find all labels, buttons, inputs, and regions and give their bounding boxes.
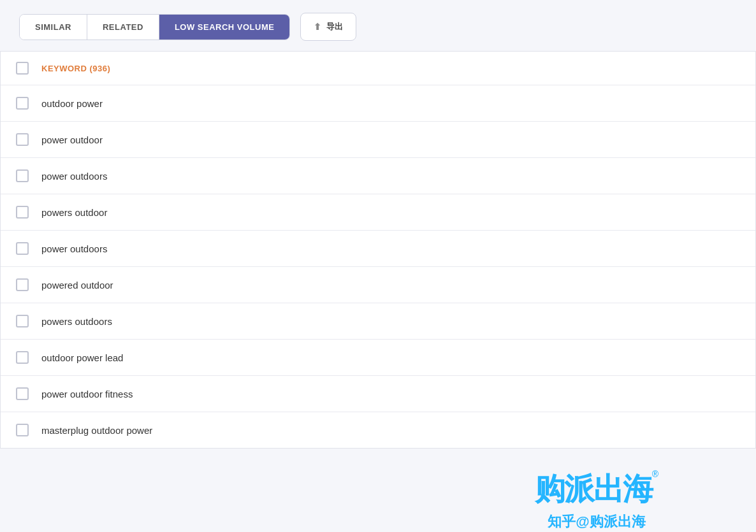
keyword-text: powers outdoor (41, 207, 107, 218)
keyword-text: power outdoor (41, 134, 103, 145)
watermark-registered: ® (652, 469, 658, 479)
list-item[interactable]: power outdoor fitness (1, 376, 755, 412)
export-button[interactable]: ⬆ 导出 (300, 13, 356, 41)
keyword-text: outdoor power (41, 98, 103, 109)
tab-related[interactable]: RELATED (87, 15, 159, 40)
select-all-checkbox[interactable] (16, 62, 29, 75)
tab-group: SIMILAR RELATED LOW SEARCH VOLUME (19, 14, 290, 40)
top-bar: SIMILAR RELATED LOW SEARCH VOLUME ⬆ 导出 (0, 0, 756, 41)
watermark-overlay: 购派出海 ® 知乎@购派出海 (437, 468, 756, 532)
tab-low-search-volume[interactable]: LOW SEARCH VOLUME (159, 15, 290, 40)
keyword-text: power outdoors (41, 171, 107, 182)
row-checkbox[interactable] (16, 133, 29, 146)
row-checkbox[interactable] (16, 315, 29, 327)
list-item[interactable]: powers outdoor (1, 194, 755, 231)
list-item[interactable]: power outdoor (1, 122, 755, 158)
row-checkbox[interactable] (16, 169, 29, 182)
row-checkbox[interactable] (16, 278, 29, 291)
list-item[interactable]: power outdoors (1, 231, 755, 267)
keyword-text: masterplug outdoor power (41, 425, 152, 436)
list-item[interactable]: powers outdoors (1, 303, 755, 340)
row-checkbox[interactable] (16, 242, 29, 255)
row-checkbox[interactable] (16, 206, 29, 219)
tab-similar[interactable]: SIMILAR (20, 15, 87, 40)
list-header: KEYWORD (936) (1, 52, 755, 85)
row-checkbox[interactable] (16, 387, 29, 400)
keyword-header-label: KEYWORD (936) (41, 64, 110, 73)
upload-icon: ⬆ (314, 22, 321, 32)
keyword-text: powered outdoor (41, 280, 113, 291)
list-item[interactable]: masterplug outdoor power (1, 412, 755, 448)
list-item[interactable]: powered outdoor (1, 267, 755, 303)
keyword-text: outdoor power lead (41, 352, 123, 363)
row-checkbox[interactable] (16, 97, 29, 110)
list-item[interactable]: power outdoors (1, 158, 755, 194)
keyword-text: power outdoor fitness (41, 389, 133, 399)
keyword-rows: outdoor powerpower outdoorpower outdoors… (1, 85, 755, 448)
keyword-text: power outdoors (41, 243, 107, 254)
row-checkbox[interactable] (16, 351, 29, 364)
keyword-list-container: KEYWORD (936) outdoor powerpower outdoor… (0, 51, 756, 449)
watermark-main: 购派出海 (535, 469, 652, 510)
keyword-text: powers outdoors (41, 316, 112, 327)
list-item[interactable]: outdoor power (1, 85, 755, 122)
watermark-sub: 知乎@购派出海 (548, 512, 645, 531)
row-checkbox[interactable] (16, 424, 29, 436)
export-label: 导出 (326, 21, 343, 32)
list-item[interactable]: outdoor power lead (1, 340, 755, 376)
